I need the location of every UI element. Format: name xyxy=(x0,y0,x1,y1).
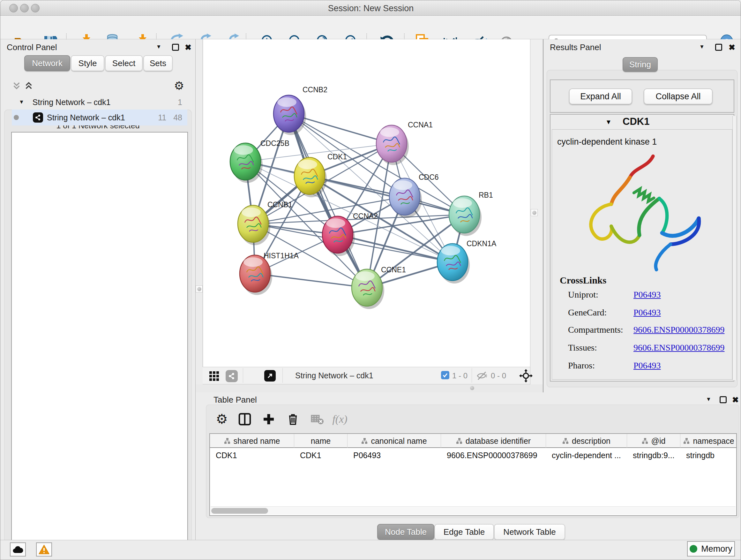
delete-column-icon[interactable] xyxy=(284,410,302,428)
vertical-splitter-left[interactable] xyxy=(196,39,203,540)
selected-checkbox-icon[interactable] xyxy=(441,371,449,379)
warnings-button[interactable] xyxy=(36,543,52,557)
crosslink-compartments[interactable]: 9606.ENSP00000378699 xyxy=(633,325,724,335)
create-column-icon[interactable] xyxy=(260,410,278,428)
cell-name[interactable]: CDK1 xyxy=(294,449,347,462)
table-options-gear-icon[interactable]: ⚙ xyxy=(213,410,231,428)
panel-menu-icon[interactable]: ▼ xyxy=(706,396,711,402)
node-CCNA2[interactable] xyxy=(322,216,355,256)
column-header-shared-name[interactable]: shared name xyxy=(210,434,294,448)
table-row[interactable]: CDK1CDK1P064939606.ENSP00000378699cyclin… xyxy=(210,449,737,462)
tab-sets[interactable]: Sets xyxy=(143,55,173,71)
close-panel-icon[interactable]: ✖ xyxy=(729,44,735,51)
results-scrollbar[interactable] xyxy=(732,116,737,380)
title-bar: Session: New Session xyxy=(0,0,741,16)
show-columns-icon[interactable] xyxy=(236,410,254,428)
tab-select[interactable]: Select xyxy=(105,55,143,71)
node-CDK1[interactable] xyxy=(294,158,327,197)
network-status-dot-icon xyxy=(14,115,19,120)
splitter-handle[interactable] xyxy=(531,209,538,216)
close-panel-icon[interactable]: ✖ xyxy=(732,396,739,403)
node-label-CCNB2: CCNB2 xyxy=(302,85,327,94)
node-RB1[interactable] xyxy=(449,196,482,236)
tab-network[interactable]: Network xyxy=(24,55,70,71)
collapse-all-button[interactable]: Collapse All xyxy=(644,88,713,105)
table-horizontal-scrollbar[interactable] xyxy=(211,506,736,515)
network-grid-view-icon[interactable] xyxy=(209,371,219,383)
warning-icon xyxy=(39,545,50,554)
network-list xyxy=(11,132,188,560)
node-CDKN1A[interactable] xyxy=(437,244,470,284)
divider xyxy=(243,368,243,383)
node-CDC6[interactable] xyxy=(389,178,422,218)
splitter-handle[interactable] xyxy=(196,286,203,293)
expand-all-button[interactable]: Expand All xyxy=(569,88,632,105)
memory-label: Memory xyxy=(701,544,732,554)
tab-node-table[interactable]: Node Table xyxy=(377,524,434,540)
cell-shared-name[interactable]: CDK1 xyxy=(210,449,294,462)
collapse-all-networks-icon[interactable] xyxy=(12,81,21,90)
tab-edge-table[interactable]: Edge Table xyxy=(434,524,494,540)
column-type-icon xyxy=(361,438,367,444)
detach-view-icon[interactable] xyxy=(264,370,276,381)
network-row-selected[interactable]: String Network – cdk1 11 48 xyxy=(12,110,187,125)
tab-style[interactable]: Style xyxy=(71,55,105,71)
function-builder-icon[interactable]: f(x) xyxy=(331,410,349,428)
cell-database-identifier[interactable]: 9606.ENSP00000378699 xyxy=(441,449,546,462)
column-header-database-identifier[interactable]: database identifier xyxy=(441,434,546,448)
vertical-splitter-right[interactable] xyxy=(530,39,543,392)
panel-menu-icon[interactable]: ▼ xyxy=(699,44,704,50)
memory-button[interactable]: Memory xyxy=(687,541,735,557)
float-panel-icon[interactable] xyxy=(720,396,727,403)
cell-canonical-name[interactable]: P06493 xyxy=(347,449,441,462)
node-CCNA1[interactable] xyxy=(376,125,409,165)
scrollbar-thumb[interactable] xyxy=(211,508,268,514)
node-CCNE1[interactable] xyxy=(352,269,384,309)
crosslink-uniprot[interactable]: P06493 xyxy=(633,290,661,300)
column-header-description[interactable]: description xyxy=(546,434,627,448)
column-type-icon xyxy=(562,438,569,444)
column-header-namespace[interactable]: namespace xyxy=(680,434,737,448)
column-type-icon xyxy=(642,438,648,444)
table-header-row: shared namenamecanonical namedatabase id… xyxy=(210,434,737,448)
collapse-gene-icon[interactable]: ▼ xyxy=(605,118,612,126)
tab-network-table[interactable]: Network Table xyxy=(494,524,565,540)
cell--id[interactable]: stringdb:9... xyxy=(627,449,680,462)
edge-CDK1-RB1[interactable] xyxy=(310,176,464,214)
column-header-canonical-name[interactable]: canonical name xyxy=(347,434,441,448)
close-panel-icon[interactable]: ✖ xyxy=(185,44,192,51)
float-panel-icon[interactable] xyxy=(172,44,179,51)
node-label-CDKN1A: CDKN1A xyxy=(467,240,496,248)
pan-crosshair-icon[interactable] xyxy=(519,369,533,384)
column-header--id[interactable]: @id xyxy=(627,434,680,448)
network-canvas[interactable]: CCNB2CCNA1CDC25BCDK1CDC6RB1CCNB1CCNA2CDK… xyxy=(203,39,530,367)
network-collection-row[interactable]: ▼ String Network – cdk1 1 xyxy=(12,94,187,110)
cell-description[interactable]: cyclin-dependent ... xyxy=(546,449,627,462)
crosslink-genecard[interactable]: P06493 xyxy=(633,307,661,318)
cell-namespace[interactable]: stringdb xyxy=(680,449,737,462)
panel-menu-icon[interactable]: ▼ xyxy=(156,44,161,50)
node-HIST1H1A[interactable] xyxy=(240,255,272,295)
hidden-eye-icon xyxy=(476,370,488,383)
float-panel-icon[interactable] xyxy=(715,44,722,51)
tab-string-results[interactable]: String xyxy=(623,57,658,72)
node-CDC25B[interactable] xyxy=(230,143,263,183)
edge-CCNB2-CCNE1[interactable] xyxy=(289,114,367,288)
cloud-status-button[interactable] xyxy=(10,543,26,557)
crosslink-label: GeneCard: xyxy=(568,307,607,318)
delete-table-icon[interactable] xyxy=(308,410,326,428)
column-label: shared name xyxy=(233,436,280,446)
collapse-collection-icon[interactable]: ▼ xyxy=(19,99,24,105)
column-header-name[interactable]: name xyxy=(294,434,347,448)
expand-all-networks-icon[interactable] xyxy=(24,81,33,90)
column-label: database identifier xyxy=(466,436,531,446)
crosslink-tissues[interactable]: 9606.ENSP00000378699 xyxy=(633,343,724,353)
crosslink-pharos[interactable]: P06493 xyxy=(633,361,661,371)
crosslink-label: Pharos: xyxy=(568,361,595,371)
network-view-icon[interactable] xyxy=(226,370,238,382)
node-CCNB1[interactable] xyxy=(238,205,270,245)
network-options-gear-icon[interactable]: ⚙ xyxy=(174,80,184,91)
column-label: namespace xyxy=(693,436,734,446)
node-CCNB2[interactable] xyxy=(273,95,306,135)
column-label: name xyxy=(311,436,331,446)
